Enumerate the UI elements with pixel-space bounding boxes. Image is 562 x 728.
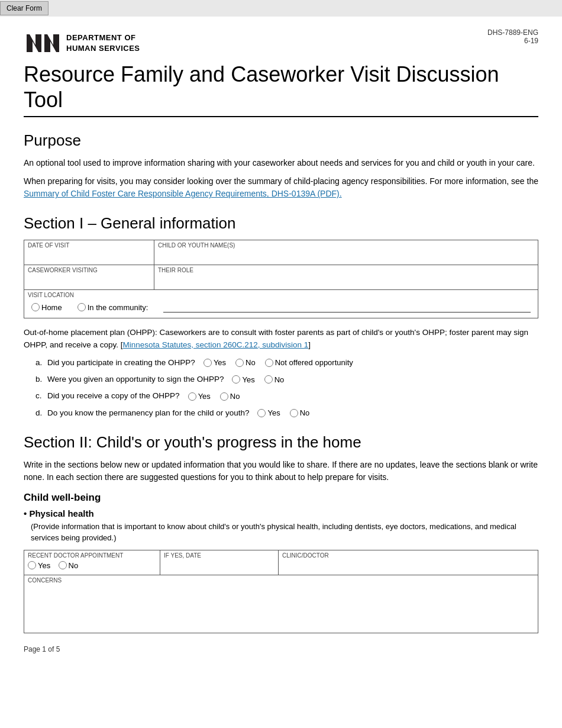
concerns-label: CONCERNS: [28, 577, 534, 584]
visit-location-label: VISIT LOCATION: [28, 292, 534, 298]
page-title: Resource Family and Caseworker Visit Dis…: [24, 62, 538, 117]
ohpp-a-no[interactable]: No: [235, 357, 256, 369]
general-info-table: DATE OF VISIT CHILD OR YOUTH NAME(S) CAS…: [24, 240, 538, 318]
ohpp-b-yes[interactable]: Yes: [232, 374, 254, 386]
if-yes-date-label: IF YES, DATE: [164, 552, 274, 559]
ohpp-questions: a. Did you participate in creating the O…: [35, 357, 538, 419]
physical-health-desc: (Provide information that is important t…: [31, 521, 538, 544]
if-yes-date-input[interactable]: [164, 560, 274, 573]
ohpp-d-no[interactable]: No: [290, 407, 310, 419]
header: Department of Human Services DHS-7889-EN…: [24, 28, 538, 58]
form-version: 6-19: [487, 37, 538, 45]
dhs-link[interactable]: Summary of Child Foster Care Responsible…: [24, 189, 342, 198]
ohpp-a-not-offered[interactable]: Not offered opportunity: [265, 357, 353, 369]
doctor-table: RECENT DOCTOR APPOINTMENT Yes No IF YES,: [24, 550, 538, 633]
purpose-para2: When preparing for visits, you may consi…: [24, 175, 538, 200]
ohpp-c-yes[interactable]: Yes: [188, 391, 211, 402]
ohpp-question-b: b. Were you given an opportunity to sign…: [35, 373, 538, 385]
concerns-textarea[interactable]: [28, 585, 534, 629]
doctor-no[interactable]: No: [59, 561, 79, 570]
visit-location-options: Home In the community:: [28, 299, 534, 316]
their-role-input[interactable]: [158, 275, 534, 288]
page-footer: Page 1 of 5: [24, 645, 538, 653]
physical-health-heading: • Physical health: [24, 508, 538, 518]
section-i-heading: Section I – General information: [24, 214, 538, 233]
page-info: Page 1 of 5: [24, 645, 60, 653]
purpose-heading: Purpose: [24, 131, 538, 150]
ohpp-c-no[interactable]: No: [220, 391, 240, 402]
community-option[interactable]: In the community:: [77, 303, 148, 312]
caseworker-input[interactable]: [28, 275, 150, 288]
child-name-input[interactable]: [158, 250, 534, 263]
caseworker-label: CASEWORKER VISITING: [28, 267, 150, 273]
ohpp-a-yes[interactable]: Yes: [204, 357, 226, 369]
clear-form-button[interactable]: Clear Form: [0, 1, 49, 15]
community-radio[interactable]: [77, 303, 86, 311]
section-ii-heading: Section II: Child's or youth's progress …: [24, 433, 538, 452]
ohpp-question-c: c. Did you receive a copy of the OHPP? Y…: [35, 390, 538, 402]
ohpp-statute-link[interactable]: Minnesota Statutes, section 260C.212, su…: [123, 340, 309, 349]
doctor-appt-options: Yes No: [28, 561, 156, 572]
child-wellbeing-heading: Child well-being: [24, 492, 538, 504]
logo-area: Department of Human Services: [24, 28, 140, 58]
their-role-label: THEIR ROLE: [158, 267, 534, 273]
form-number: DHS-7889-ENG: [487, 28, 538, 37]
home-radio[interactable]: [31, 303, 40, 311]
ohpp-b-no[interactable]: No: [264, 374, 285, 386]
ohpp-d-yes[interactable]: Yes: [257, 407, 280, 419]
community-input-line: [163, 302, 531, 313]
purpose-para1: An optional tool used to improve informa…: [24, 157, 538, 169]
home-option[interactable]: Home: [31, 303, 62, 312]
ohpp-section: Out-of-home placement plan (OHPP): Casew…: [24, 327, 538, 419]
clinic-doctor-input[interactable]: [282, 560, 534, 573]
recent-doctor-label: RECENT DOCTOR APPOINTMENT: [28, 552, 156, 559]
doctor-yes[interactable]: Yes: [28, 561, 50, 570]
clinic-doctor-label: CLINIC/DOCTOR: [282, 552, 534, 559]
ohpp-question-d: d. Do you know the permanency plan for t…: [35, 407, 538, 419]
mn-logo-icon: [24, 28, 59, 58]
date-of-visit-input[interactable]: [28, 250, 150, 263]
child-name-label: CHILD OR YOUTH NAME(S): [158, 242, 534, 249]
section-ii-intro: Write in the sections below new or updat…: [24, 459, 538, 484]
ohpp-question-a: a. Did you participate in creating the O…: [35, 357, 538, 369]
form-number-area: DHS-7889-ENG 6-19: [487, 28, 538, 45]
date-of-visit-label: DATE OF VISIT: [28, 242, 150, 249]
dept-name: Department of Human Services: [66, 33, 140, 54]
